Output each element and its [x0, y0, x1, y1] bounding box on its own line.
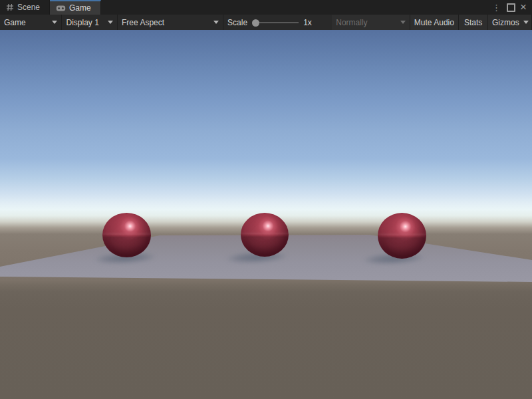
red-sphere [241, 213, 289, 257]
display-label: Display 1 [66, 18, 98, 27]
play-mode-behavior-dropdown[interactable]: Normally [332, 15, 410, 30]
window-menu-icon[interactable]: ⋮ [491, 3, 502, 12]
tab-scene-label: Scene [17, 3, 40, 12]
chevron-down-icon [400, 21, 406, 24]
unity-game-view-window: Scene Game ⋮ × Game Display 1 [0, 0, 532, 399]
scale-control: Scale 1x [223, 15, 324, 30]
grid-icon [6, 3, 14, 11]
skybox-gradient [0, 30, 532, 234]
chevron-down-icon [52, 21, 57, 24]
mute-audio-button[interactable]: Mute Audio [410, 15, 460, 30]
toolbar-spacer [324, 15, 332, 30]
tab-game-label: Game [69, 3, 91, 13]
chevron-down-icon [213, 21, 219, 24]
tab-scene[interactable]: Scene [0, 0, 50, 15]
red-sphere [102, 213, 151, 257]
scale-label: Scale [227, 18, 247, 27]
scale-slider[interactable] [252, 19, 299, 26]
gamepad-icon [56, 5, 66, 12]
chevron-down-icon [108, 21, 113, 24]
view-mode-label: Game [4, 18, 26, 27]
tab-game[interactable]: Game [50, 0, 101, 15]
window-controls: ⋮ × [491, 0, 532, 15]
game-view-toolbar: Game Display 1 Free Aspect Scale 1x Norm… [0, 15, 532, 30]
aspect-ratio-dropdown[interactable]: Free Aspect [118, 15, 223, 30]
gizmos-label: Gizmos [492, 18, 519, 27]
tab-bar: Scene Game ⋮ × [0, 0, 532, 15]
display-dropdown[interactable]: Display 1 [62, 15, 118, 30]
stats-button[interactable]: Stats [459, 15, 488, 30]
maximize-icon[interactable] [507, 3, 515, 12]
play-mode-behavior-label: Normally [336, 18, 367, 27]
scale-slider-knob[interactable] [252, 19, 259, 27]
close-icon[interactable]: × [520, 1, 527, 13]
gizmos-dropdown[interactable]: Gizmos [488, 15, 532, 30]
game-render-surface[interactable] [0, 30, 532, 399]
mute-audio-label: Mute Audio [414, 18, 454, 27]
red-sphere [378, 213, 426, 259]
stats-label: Stats [464, 18, 482, 27]
scale-value: 1x [303, 18, 312, 27]
chevron-down-icon [523, 21, 529, 24]
scale-slider-track[interactable] [257, 22, 299, 23]
view-mode-dropdown[interactable]: Game [0, 15, 62, 30]
aspect-ratio-label: Free Aspect [122, 18, 164, 27]
